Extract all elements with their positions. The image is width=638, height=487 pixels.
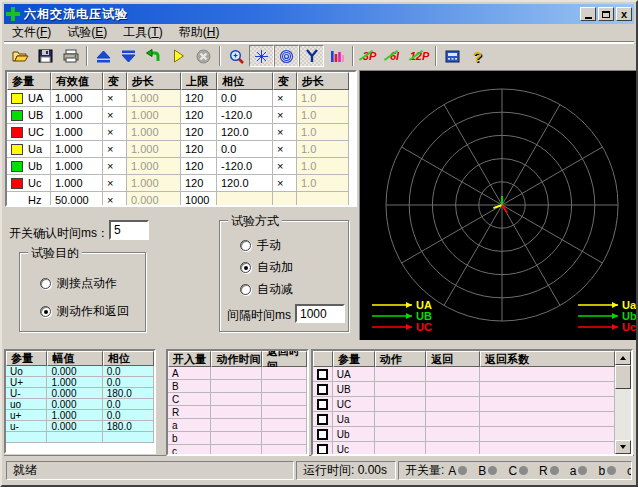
radio-icon[interactable] xyxy=(240,240,251,251)
column-header[interactable]: 动作时间 xyxy=(211,351,261,367)
phase-value-cell[interactable]: 0.0 xyxy=(217,90,273,107)
maximize-button[interactable] xyxy=(598,7,614,21)
menu-item-h[interactable]: 帮助(H) xyxy=(171,23,228,42)
phase-value-cell[interactable]: 120.0 xyxy=(217,175,273,192)
phase-step-cell[interactable]: 1.0 xyxy=(297,90,349,107)
rms-value-cell[interactable]: 1.000 xyxy=(51,141,103,158)
radio-icon[interactable] xyxy=(240,284,251,295)
limit-value-cell[interactable]: 1000 xyxy=(181,192,217,207)
menu-item-e[interactable]: 试验(E) xyxy=(59,23,115,42)
phase-value-cell[interactable]: 120.0 xyxy=(217,124,273,141)
phase-value-cell[interactable]: -120.0 xyxy=(217,107,273,124)
phase-value-cell[interactable]: -120.0 xyxy=(217,158,273,175)
menu-item-f[interactable]: 文件(F) xyxy=(4,23,59,42)
step-up-button[interactable] xyxy=(91,45,116,67)
step-value-cell[interactable]: 0.000 xyxy=(127,192,181,207)
spiral-view-button[interactable] xyxy=(274,45,299,67)
step-value-cell[interactable]: 1.000 xyxy=(127,90,181,107)
radio-selected-icon[interactable] xyxy=(40,306,51,317)
column-header[interactable]: 步长 xyxy=(297,72,349,90)
radio-option[interactable]: 自动加 xyxy=(234,259,293,276)
reset-button[interactable] xyxy=(141,45,166,67)
row-checkbox[interactable] xyxy=(317,384,328,395)
column-header[interactable]: 开入量 xyxy=(168,351,211,367)
six-current-button[interactable]: 6I xyxy=(382,45,407,67)
row-checkbox[interactable] xyxy=(317,444,328,455)
phase-step-cell[interactable]: 1.0 xyxy=(297,124,349,141)
column-header[interactable]: 返回系数 xyxy=(480,351,615,367)
column-header[interactable]: 参量 xyxy=(6,351,47,366)
limit-value-cell[interactable]: 120 xyxy=(181,175,217,192)
vary-toggle-cell[interactable]: × xyxy=(103,175,127,192)
vary-toggle-cell[interactable]: × xyxy=(103,192,127,207)
row-checkbox[interactable] xyxy=(317,399,328,410)
column-header[interactable]: 参量 xyxy=(333,351,375,367)
step-value-cell[interactable]: 1.000 xyxy=(127,124,181,141)
radio-option[interactable]: 自动减 xyxy=(234,281,293,298)
step-down-button[interactable] xyxy=(116,45,141,67)
radio-option[interactable]: 测动作和返回 xyxy=(34,303,129,320)
column-header[interactable]: 动作 xyxy=(375,351,427,367)
three-phase-button[interactable]: 3P xyxy=(357,45,382,67)
print-button[interactable] xyxy=(58,45,83,67)
limit-value-cell[interactable]: 120 xyxy=(181,158,217,175)
vertical-scrollbar[interactable] xyxy=(615,351,631,454)
save-button[interactable] xyxy=(33,45,58,67)
calculator-button[interactable] xyxy=(440,45,465,67)
zoom-button[interactable] xyxy=(224,45,249,67)
phase-step-cell[interactable]: 1.0 xyxy=(297,141,349,158)
help-button[interactable]: ? xyxy=(465,45,490,67)
vary-toggle-cell[interactable]: × xyxy=(103,158,127,175)
menu-item-t[interactable]: 工具(T) xyxy=(115,23,170,42)
column-header[interactable]: 变 xyxy=(103,72,127,90)
scroll-down-button[interactable] xyxy=(615,440,631,454)
step-value-cell[interactable]: 1.000 xyxy=(127,141,181,158)
vary-toggle-cell[interactable]: × xyxy=(103,141,127,158)
phase-step-cell[interactable]: 1.0 xyxy=(297,158,349,175)
bar-chart-button[interactable] xyxy=(324,45,349,67)
vary-toggle-cell[interactable]: × xyxy=(273,175,297,192)
vary-toggle-cell[interactable]: × xyxy=(273,141,297,158)
minimize-button[interactable] xyxy=(580,7,596,21)
rms-value-cell[interactable]: 1.000 xyxy=(51,124,103,141)
column-header[interactable]: 上限 xyxy=(181,72,217,90)
step-value-cell[interactable]: 1.000 xyxy=(127,175,181,192)
phase-step-cell[interactable]: 1.0 xyxy=(297,175,349,192)
open-button[interactable] xyxy=(8,45,33,67)
vary-toggle-cell[interactable] xyxy=(273,192,297,207)
start-test-button[interactable] xyxy=(166,45,191,67)
row-checkbox[interactable] xyxy=(317,414,328,425)
rms-value-cell[interactable]: 1.000 xyxy=(51,175,103,192)
scroll-thumb[interactable] xyxy=(615,365,631,389)
rms-value-cell[interactable]: 50.000 xyxy=(51,192,103,207)
vary-toggle-cell[interactable]: × xyxy=(103,107,127,124)
phase-step-cell[interactable] xyxy=(297,192,349,207)
vector-y-button[interactable] xyxy=(299,45,324,67)
rms-value-cell[interactable]: 1.000 xyxy=(51,158,103,175)
column-header[interactable]: 幅值 xyxy=(47,351,102,366)
stop-test-button[interactable] xyxy=(191,45,216,67)
vary-toggle-cell[interactable]: × xyxy=(273,124,297,141)
rms-value-cell[interactable]: 1.000 xyxy=(51,90,103,107)
limit-value-cell[interactable]: 120 xyxy=(181,107,217,124)
switch-confirm-input[interactable]: 5 xyxy=(109,220,149,240)
phase-value-cell[interactable] xyxy=(217,192,273,207)
interval-input[interactable]: 1000 xyxy=(295,304,345,323)
column-header[interactable]: 参量 xyxy=(7,72,51,90)
twelve-phase-button[interactable]: 12P xyxy=(407,45,432,67)
row-checkbox[interactable] xyxy=(317,429,328,440)
column-header[interactable]: 有效值 xyxy=(51,72,103,90)
vary-toggle-cell[interactable]: × xyxy=(273,90,297,107)
scroll-up-button[interactable] xyxy=(615,351,631,365)
column-header[interactable]: 步长 xyxy=(127,72,181,90)
vary-toggle-cell[interactable]: × xyxy=(103,90,127,107)
column-header[interactable]: 变 xyxy=(273,72,297,90)
phase-step-cell[interactable]: 1.0 xyxy=(297,107,349,124)
radio-icon[interactable] xyxy=(40,278,51,289)
column-header[interactable]: 相位 xyxy=(103,351,154,366)
column-header[interactable] xyxy=(313,351,333,367)
column-header[interactable]: 相位 xyxy=(217,72,273,90)
vary-toggle-cell[interactable]: × xyxy=(273,107,297,124)
vary-toggle-cell[interactable]: × xyxy=(273,158,297,175)
radio-selected-icon[interactable] xyxy=(240,262,251,273)
